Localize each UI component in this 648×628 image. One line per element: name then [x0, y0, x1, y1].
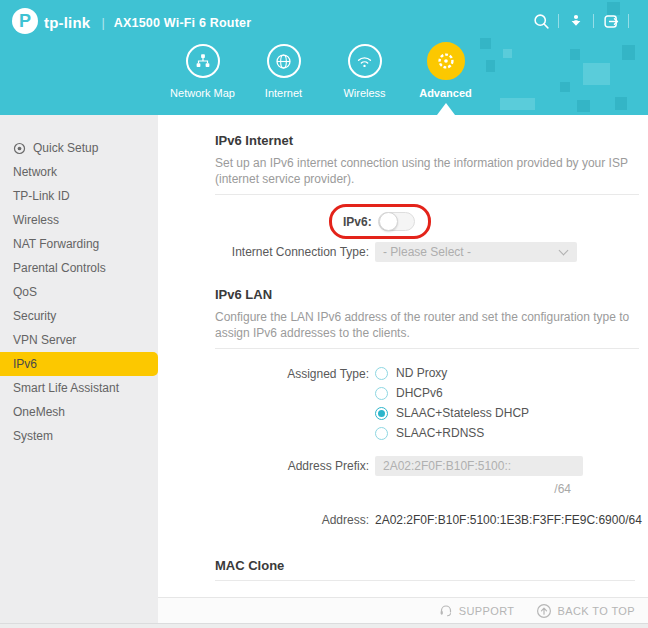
- icon-separator: [628, 14, 629, 28]
- radio-label: SLAAC+Stateless DHCP: [396, 406, 529, 420]
- toggle-knob: [379, 212, 398, 231]
- connection-type-value: - Please Select -: [383, 245, 471, 259]
- sidebar-item-network[interactable]: Network: [0, 160, 158, 184]
- ipv6-toggle-label: IPv6:: [343, 215, 372, 229]
- connection-type-row: Internet Connection Type: - Please Selec…: [215, 242, 635, 262]
- address-value: 2A02:2F0F:B10F:5100:1E3B:F3FF:FE9C:6900/…: [375, 513, 642, 527]
- section-title-ipv6-lan: IPv6 LAN: [215, 287, 635, 302]
- prefix-length-value: /64: [375, 482, 583, 496]
- section-description: Set up an IPv6 internet connection using…: [215, 155, 639, 195]
- sidebar: Quick Setup Network TP-Link ID Wireless …: [0, 115, 158, 623]
- ipv6-toggle-row: IPv6:: [329, 204, 635, 239]
- sidebar-item-security[interactable]: Security: [0, 304, 158, 328]
- address-row: Address: 2A02:2F0F:B10F:5100:1E3B:F3FF:F…: [215, 513, 635, 527]
- assigned-type-label: Assigned Type:: [215, 366, 375, 381]
- radio-nd-proxy[interactable]: ND Proxy: [375, 366, 529, 380]
- section-title-mac-clone: MAC Clone: [215, 558, 635, 573]
- tab-label: Network Map: [170, 87, 235, 99]
- radio-label: SLAAC+RDNSS: [396, 426, 484, 440]
- section-description: Configure the LAN IPv6 address of the ro…: [215, 309, 639, 349]
- assigned-type-options: ND Proxy DHCPv6 SLAAC+Stateless DHCP SLA…: [375, 366, 529, 446]
- tab-label: Internet: [265, 87, 302, 99]
- sidebar-item-system[interactable]: System: [0, 424, 158, 448]
- sidebar-item-label: TP-Link ID: [13, 189, 70, 203]
- icon-separator: [593, 14, 594, 28]
- gear-icon: [427, 42, 465, 80]
- sidebar-item-label: QoS: [13, 285, 37, 299]
- sidebar-item-parental-controls[interactable]: Parental Controls: [0, 256, 158, 280]
- logout-icon[interactable]: [601, 11, 621, 31]
- radio-icon-selected: [375, 407, 388, 420]
- quick-setup-icon: [13, 142, 26, 155]
- sidebar-item-label: Smart Life Assistant: [13, 381, 119, 395]
- search-icon[interactable]: [531, 11, 551, 31]
- chevron-down-icon: [559, 246, 569, 256]
- address-prefix-input[interactable]: 2A02:2F0F:B10F:5100::: [375, 456, 583, 476]
- topbar-icons: [531, 11, 636, 31]
- main-nav: Network Map Internet Wireless Advanced: [0, 44, 648, 106]
- footer-bar: SUPPORT BACK TO TOP: [158, 597, 648, 623]
- sidebar-item-label: Network: [13, 165, 57, 179]
- tab-internet[interactable]: Internet: [243, 44, 324, 106]
- sidebar-item-smart-life-assistant[interactable]: Smart Life Assistant: [0, 376, 158, 400]
- bottom-strip: [0, 623, 648, 628]
- sidebar-item-onemesh[interactable]: OneMesh: [0, 400, 158, 424]
- connection-type-label: Internet Connection Type:: [215, 245, 375, 259]
- tab-label: Wireless: [343, 87, 385, 99]
- sidebar-item-label: OneMesh: [13, 405, 65, 419]
- sidebar-item-ipv6[interactable]: IPv6: [0, 352, 158, 376]
- firmware-update-icon[interactable]: [566, 11, 586, 31]
- brand-name: tp-link: [44, 14, 90, 31]
- sidebar-item-qos[interactable]: QoS: [0, 280, 158, 304]
- active-tab-pointer: [437, 103, 455, 115]
- tab-wireless[interactable]: Wireless: [324, 44, 405, 106]
- sidebar-item-label: NAT Forwarding: [13, 237, 99, 251]
- red-annotation-box: IPv6:: [329, 204, 431, 239]
- internet-globe-icon: [267, 44, 301, 78]
- radio-icon: [375, 387, 388, 400]
- sidebar-item-vpn-server[interactable]: VPN Server: [0, 328, 158, 352]
- tab-network-map[interactable]: Network Map: [162, 44, 243, 106]
- sidebar-item-label: Parental Controls: [13, 261, 106, 275]
- tplink-logo-icon: P: [12, 8, 38, 34]
- network-map-icon: [186, 44, 220, 78]
- icon-separator: [558, 14, 559, 28]
- section-title-ipv6-internet: IPv6 Internet: [215, 133, 635, 148]
- support-button[interactable]: SUPPORT: [438, 603, 515, 618]
- arrow-up-circle-icon: [536, 603, 552, 619]
- address-prefix-row: Address Prefix: 2A02:2F0F:B10F:5100::: [215, 456, 635, 476]
- radio-slaac-rdnss[interactable]: SLAAC+RDNSS: [375, 426, 529, 440]
- connection-type-select[interactable]: - Please Select -: [375, 242, 577, 262]
- ipv6-toggle[interactable]: [378, 212, 415, 231]
- wifi-icon: [348, 44, 382, 78]
- main-content: IPv6 Internet Set up an IPv6 internet co…: [158, 115, 648, 597]
- sidebar-item-label: VPN Server: [13, 333, 76, 347]
- assigned-type-row: Assigned Type: ND Proxy DHCPv6 SLAAC+Sta…: [215, 366, 635, 446]
- radio-icon: [375, 367, 388, 380]
- radio-label: ND Proxy: [396, 366, 447, 380]
- divider: [215, 580, 635, 581]
- sidebar-item-tplink-id[interactable]: TP-Link ID: [0, 184, 158, 208]
- tab-advanced[interactable]: Advanced: [405, 44, 486, 106]
- radio-dhcpv6[interactable]: DHCPv6: [375, 386, 529, 400]
- topbar: P tp-link | AX1500 Wi-Fi 6 Router: [0, 0, 648, 36]
- sidebar-item-label: Quick Setup: [33, 141, 98, 155]
- sidebar-item-label: Wireless: [13, 213, 59, 227]
- sidebar-item-nat-forwarding[interactable]: NAT Forwarding: [0, 232, 158, 256]
- back-to-top-label: BACK TO TOP: [557, 605, 635, 617]
- sidebar-item-quick-setup[interactable]: Quick Setup: [0, 136, 158, 160]
- headset-icon: [438, 603, 454, 618]
- brand-separator: |: [101, 15, 104, 30]
- tab-label: Advanced: [419, 87, 472, 99]
- radio-icon: [375, 427, 388, 440]
- radio-slaac-stateless-dhcp[interactable]: SLAAC+Stateless DHCP: [375, 406, 529, 420]
- radio-label: DHCPv6: [396, 386, 443, 400]
- prefix-length-row: /64: [215, 476, 635, 496]
- sidebar-item-label: System: [13, 429, 53, 443]
- sidebar-item-wireless[interactable]: Wireless: [0, 208, 158, 232]
- back-to-top-button[interactable]: BACK TO TOP: [536, 603, 635, 619]
- sidebar-item-label: IPv6: [13, 357, 37, 371]
- sidebar-item-label: Security: [13, 309, 56, 323]
- support-label: SUPPORT: [459, 605, 515, 617]
- address-label: Address:: [215, 513, 375, 527]
